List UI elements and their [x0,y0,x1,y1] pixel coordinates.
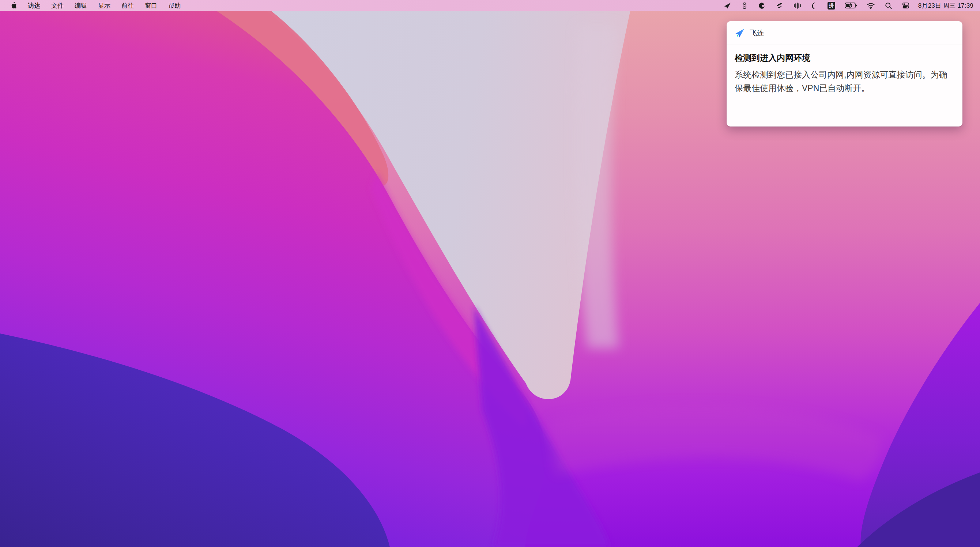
input-source-badge: 拼 [827,2,835,10]
feilian-plane-icon[interactable] [719,0,736,11]
notification-content: 检测到进入内网环境 系统检测到您已接入公司内网,内网资源可直接访问。为确保最佳使… [727,45,963,95]
menu-item-help[interactable]: 帮助 [163,0,186,11]
menubar-clock[interactable]: 8月23日 周三 17:39 [915,2,975,10]
battery-charging-icon[interactable] [840,0,862,11]
spotlight-search-icon[interactable] [880,0,897,11]
notification-banner[interactable]: 飞连 检测到进入内网环境 系统检测到您已接入公司内网,内网资源可直接访问。为确保… [727,21,963,127]
feilian-app-icon [735,28,745,38]
fox-app-icon[interactable] [753,0,770,11]
menu-item-window[interactable]: 窗口 [139,0,163,11]
control-center-icon[interactable] [897,0,915,11]
apple-icon [11,2,17,9]
notification-header: 飞连 [727,21,963,45]
menu-bar-left: 访达 文件 编辑 显示 前往 窗口 帮助 [0,0,186,11]
menu-item-file[interactable]: 文件 [46,0,69,11]
menu-item-finder[interactable]: 访达 [22,0,46,11]
input-source-icon[interactable]: 拼 [823,0,840,11]
focus-moon-icon[interactable] [806,0,823,11]
menu-item-go[interactable]: 前往 [116,0,139,11]
menu-item-view[interactable]: 显示 [92,0,116,11]
pill-dots-app-icon[interactable] [736,0,753,11]
notification-title: 检测到进入内网环境 [735,52,955,63]
bird-app-icon[interactable] [770,0,788,11]
menu-bar-status: 拼 [719,0,980,11]
menu-item-edit[interactable]: 编辑 [69,0,92,11]
equalizer-app-icon[interactable] [788,0,806,11]
wifi-icon[interactable] [862,0,880,11]
menu-bar: 访达 文件 编辑 显示 前往 窗口 帮助 [0,0,980,11]
notification-body: 系统检测到您已接入公司内网,内网资源可直接访问。为确保最佳使用体验，VPN已自动… [735,68,951,95]
notification-app-name: 飞连 [749,28,764,38]
apple-menu[interactable] [5,0,22,11]
